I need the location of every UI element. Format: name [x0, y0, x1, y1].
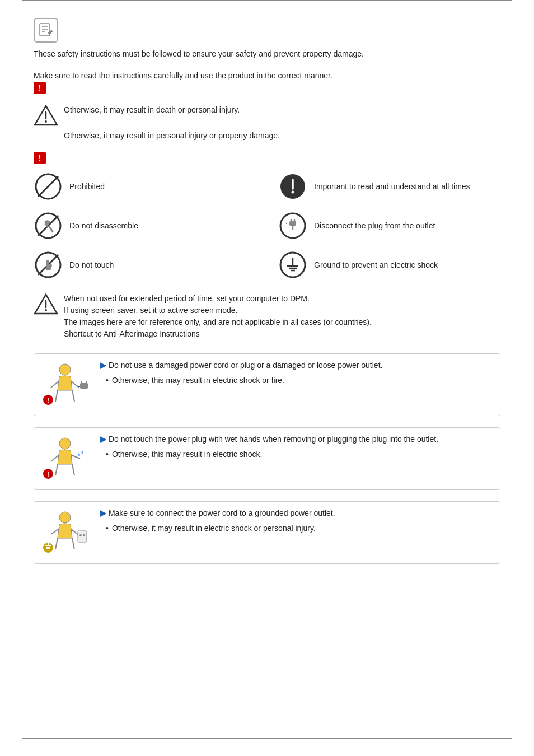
illus3-bullet: • Otherwise, it may result in electric s…: [106, 522, 494, 534]
svg-point-59: [83, 534, 85, 536]
svg-text:!: !: [47, 470, 49, 478]
important-icon: [278, 172, 307, 201]
safety-item-important: Important to read and understand at all …: [278, 172, 500, 201]
warning-section: Otherwise, it may result in death or per…: [34, 104, 500, 142]
illus1-main: ▶ Do not use a damaged power cord or plu…: [100, 360, 494, 371]
illus2-main: ▶ Do not touch the power plug with wet h…: [100, 433, 494, 445]
caution-section: When not used for extended period of tim…: [34, 293, 500, 340]
illustration-img-2: !: [40, 433, 90, 484]
prohibited-icon: [34, 172, 63, 201]
safety-item-prohibited: Prohibited: [34, 172, 256, 201]
bullet-dot-3: •: [106, 522, 109, 534]
svg-line-32: [72, 390, 74, 402]
warning-row-2: Otherwise, it may result in personal inj…: [64, 130, 500, 142]
caution-text2: If using screen saver, set it to active …: [64, 305, 372, 316]
illus2-bullet: • Otherwise, this may result in electric…: [106, 449, 494, 460]
svg-rect-16: [289, 221, 296, 226]
svg-line-31: [55, 390, 58, 402]
svg-point-6: [45, 120, 47, 123]
svg-line-41: [55, 464, 58, 475]
svg-rect-57: [78, 531, 87, 542]
illustration-row-1: ! ▶ Do not use a damaged power cord or p…: [34, 353, 500, 416]
note-icon: [34, 18, 58, 43]
ground-icon: [278, 250, 307, 279]
caution-block: When not used for extended period of tim…: [34, 293, 500, 340]
svg-point-12: [292, 191, 294, 194]
exclaim-icon-2: !: [34, 152, 46, 164]
bullet-dot-1: •: [106, 375, 109, 386]
svg-rect-37: [80, 383, 88, 389]
safety-item-no-touch: Do not touch: [34, 250, 256, 279]
svg-point-29: [45, 309, 47, 311]
bottom-border: [22, 738, 512, 739]
no-touch-label: Do not touch: [69, 260, 114, 269]
svg-line-48: [55, 538, 58, 549]
illus2-bullet-text: Otherwise, this may result in electric s…: [112, 449, 262, 460]
warning-text-2: Otherwise, it may result in personal inj…: [64, 130, 280, 142]
illustration-img-1: !: [40, 360, 90, 410]
safety-grid: Prohibited Important to read and underst…: [34, 172, 500, 279]
svg-line-49: [72, 538, 74, 549]
svg-point-30: [59, 364, 71, 375]
svg-rect-0: [40, 24, 50, 36]
page: These safety instructions must be follow…: [0, 0, 534, 756]
caution-text4: Shortcut to Anti-Afterimage Instructions: [64, 328, 372, 340]
warning-triangle-1: [34, 104, 58, 127]
safety-item-disassemble: Do not disassemble: [34, 211, 256, 240]
caution-texts: When not used for extended period of tim…: [64, 293, 372, 340]
blue-arrow-2: ▶: [100, 435, 106, 444]
red-section-header: !: [34, 152, 500, 164]
intro-text2: Make sure to read the instructions caref…: [34, 70, 500, 82]
safety-item-ground: Ground to prevent an electric shock: [278, 250, 500, 279]
caution-text1: When not used for extended period of tim…: [64, 293, 372, 305]
svg-point-58: [79, 534, 82, 536]
illustration-row-2: ! ▶ Do not touch the power plug with wet…: [34, 427, 500, 490]
safety-item-disconnect: Disconnect the plug from the outlet: [278, 211, 500, 240]
caution-text3: The images here are for reference only, …: [64, 316, 372, 328]
no-disassemble-label: Do not disassemble: [69, 221, 138, 230]
illus1-bullet-text: Otherwise, this may result in electric s…: [112, 375, 284, 386]
illustration-row-3: ▶ Make sure to connect the power cord to…: [34, 501, 500, 564]
exclaim-icon-1: !: [34, 82, 46, 94]
warning-row-1: Otherwise, it may result in death or per…: [34, 104, 500, 127]
ground-label: Ground to prevent an electric shock: [314, 260, 438, 269]
warning-triangle-2: [34, 293, 58, 315]
main-content: These safety instructions must be follow…: [0, 1, 534, 620]
illustration-img-3: [40, 507, 90, 558]
no-disassemble-icon: [34, 211, 63, 240]
illus1-bullet: • Otherwise, this may result in electric…: [106, 375, 494, 386]
intro-section: These safety instructions must be follow…: [34, 48, 500, 60]
illustration-text-3: ▶ Make sure to connect the power cord to…: [100, 507, 494, 534]
disconnect-icon: [278, 211, 307, 240]
svg-text:!: !: [47, 396, 49, 404]
illus3-main: ▶ Make sure to connect the power cord to…: [100, 507, 494, 519]
svg-point-40: [59, 438, 71, 449]
prohibited-label: Prohibited: [69, 182, 105, 191]
illus3-bullet-text: Otherwise, it may result in electric sho…: [112, 522, 316, 534]
warning-text-1: Otherwise, it may result in death or per…: [64, 104, 240, 116]
illustration-text-1: ▶ Do not use a damaged power cord or plu…: [100, 360, 494, 386]
bullet-dot-2: •: [106, 449, 109, 460]
svg-line-42: [72, 464, 74, 475]
important-label: Important to read and understand at all …: [314, 182, 470, 191]
intro-text1: These safety instructions must be follow…: [34, 48, 500, 60]
svg-point-47: [59, 512, 71, 523]
no-touch-icon: [34, 250, 63, 279]
intro-section2: Make sure to read the instructions caref…: [34, 70, 500, 94]
blue-arrow-1: ▶: [100, 361, 106, 370]
disconnect-label: Disconnect the plug from the outlet: [314, 221, 435, 230]
blue-arrow-3: ▶: [100, 508, 106, 517]
illustration-section: ! ▶ Do not use a damaged power cord or p…: [34, 353, 500, 564]
red-icon-section: ! Prohibited: [34, 152, 500, 279]
illustration-text-2: ▶ Do not touch the power plug with wet h…: [100, 433, 494, 460]
